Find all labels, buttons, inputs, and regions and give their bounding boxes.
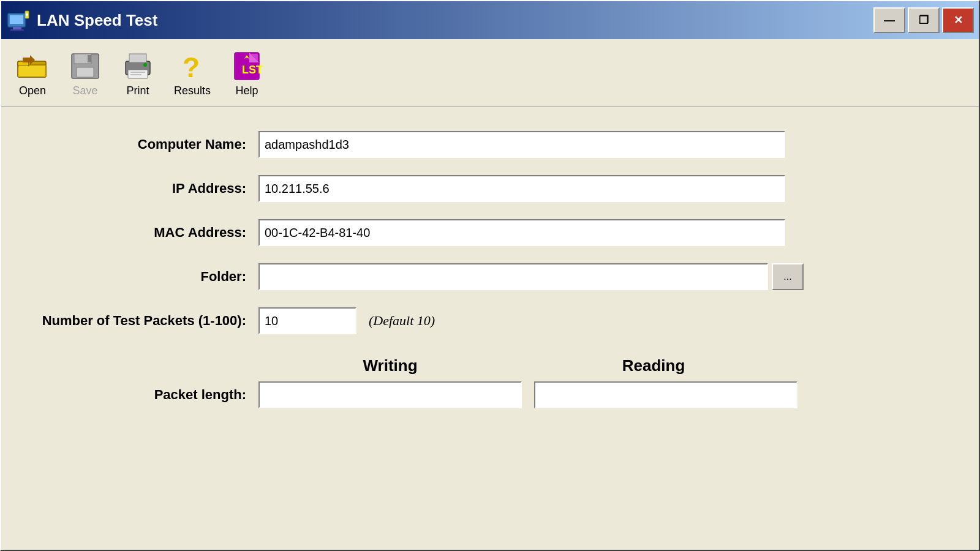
svg-point-5 [26,13,28,16]
browse-button[interactable]: ... [772,263,804,290]
toolbar: Open Save [1,39,979,107]
title-bar: LAN Speed Test — ❐ ✕ [1,1,979,39]
main-window: LAN Speed Test — ❐ ✕ Open [0,0,980,551]
help-button[interactable]: LST Help [225,48,268,100]
packet-length-row: Packet length: [38,381,942,408]
computer-name-row: Computer Name: [38,131,942,158]
open-label: Open [19,84,46,97]
svg-text:LST: LST [242,64,263,76]
svg-rect-3 [10,29,24,31]
svg-rect-18 [130,72,145,73]
maximize-button[interactable]: ❐ [908,7,940,33]
packet-length-label: Packet length: [38,387,246,403]
mac-address-label: MAC Address: [38,225,246,241]
svg-text:?: ? [183,51,200,82]
packets-row: Number of Test Packets (1-100): (Default… [38,307,942,334]
packet-length-reading-input[interactable] [534,381,797,408]
close-button[interactable]: ✕ [942,7,974,33]
help-label: Help [236,84,258,97]
folder-input[interactable] [258,263,768,290]
svg-point-20 [143,63,147,67]
help-icon: LST [231,50,263,82]
svg-rect-16 [129,54,146,62]
reading-column-header: Reading [522,356,785,375]
mac-address-input[interactable] [258,219,785,246]
svg-rect-14 [88,55,91,62]
svg-rect-19 [130,74,141,75]
results-label: Results [174,84,211,97]
print-icon [122,50,154,82]
computer-name-input[interactable] [258,131,785,158]
computer-name-label: Computer Name: [38,137,246,152]
save-label: Save [72,84,97,97]
title-bar-left: LAN Speed Test [6,8,157,32]
packets-input[interactable] [258,307,356,334]
open-icon [17,50,48,82]
packets-default-label: (Default 10) [369,313,435,329]
svg-rect-9 [19,66,45,76]
results-button[interactable]: ? Results [169,48,216,100]
ip-address-label: IP Address: [38,181,246,197]
folder-row: Folder: ... [38,263,942,290]
save-icon [69,50,101,82]
wr-header-row: Writing Reading [38,356,942,375]
title-buttons: — ❐ ✕ [873,7,974,33]
svg-rect-1 [10,15,23,24]
ip-address-input[interactable] [258,175,785,202]
packet-length-writing-input[interactable] [258,381,522,408]
window-title: LAN Speed Test [37,11,157,30]
mac-address-row: MAC Address: [38,219,942,246]
app-icon [6,8,31,32]
writing-column-header: Writing [258,356,522,375]
results-icon: ? [176,50,208,82]
print-button[interactable]: Print [116,48,159,100]
ip-address-row: IP Address: [38,175,942,202]
minimize-button[interactable]: — [873,7,905,33]
print-label: Print [126,84,149,97]
packets-label: Number of Test Packets (1-100): [38,313,246,329]
open-button[interactable]: Open [11,48,54,100]
svg-rect-2 [13,27,21,29]
save-button[interactable]: Save [64,48,107,100]
content-area: Computer Name: IP Address: MAC Address: … [1,107,979,550]
svg-rect-13 [77,67,94,77]
folder-label: Folder: [38,269,246,285]
